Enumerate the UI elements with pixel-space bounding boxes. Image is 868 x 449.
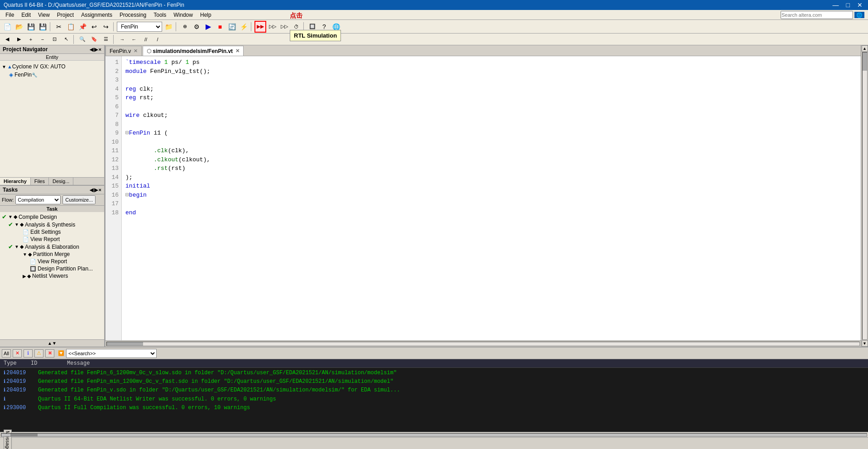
tab-files[interactable]: Files [31, 178, 49, 185]
vscroll-up-button[interactable]: ▲ [862, 45, 868, 52]
code-hscroll-track[interactable] [106, 342, 860, 346]
messages-hscroll-track[interactable] [1, 433, 867, 437]
task-scroll-down[interactable]: ▼ [52, 341, 57, 346]
code-hscroll-thumb[interactable] [107, 342, 143, 346]
messages-info-button[interactable]: ℹ [24, 349, 33, 357]
tasks-right-icon[interactable]: ▶ [94, 187, 98, 193]
messages-warn-button[interactable]: ⚠ [34, 349, 43, 357]
flow-dropdown[interactable]: Compilation [15, 195, 61, 204]
add-files-button[interactable]: ⊕ [179, 21, 190, 32]
select-button[interactable]: ↖ [61, 34, 72, 45]
paste-button[interactable]: 📌 [77, 21, 88, 32]
menu-file[interactable]: File [2, 11, 18, 19]
messages-hscroll-thumb[interactable] [10, 434, 38, 436]
msg-row-2[interactable]: ℹ 204019 Generated file FenPin_v.sdo in … [4, 386, 864, 395]
close-fenpin-v-icon[interactable]: ✕ [134, 48, 138, 54]
bookmark-button[interactable]: 🔖 [89, 34, 100, 45]
recompile-button[interactable]: 🔄 [226, 21, 237, 32]
compile-button[interactable]: ▶ [203, 21, 214, 32]
task-netlist-viewers[interactable]: ▶ ◆ Netlist Viewers [1, 272, 103, 280]
msg-row-0[interactable]: ℹ 204019 Generated file FenPin_6_1200mv_… [4, 369, 864, 377]
msg-row-1[interactable]: ℹ 204019 Generated file FenPin_min_1200m… [4, 377, 864, 386]
customize-button[interactable]: Customize... [62, 195, 96, 204]
find-button[interactable]: 🔍 [77, 34, 88, 45]
indent-button[interactable]: → [117, 34, 128, 45]
device-node[interactable]: ▼ ▲ Cyclone IV GX: AUTO [2, 63, 102, 71]
code-content[interactable]: `timescale 1 ps/ 1 ps module FenPin_vlg_… [122, 56, 861, 340]
task-scroll-up[interactable]: ▲ [48, 341, 52, 346]
settings-button[interactable]: ⚙ [191, 21, 202, 32]
menu-window[interactable]: Window [170, 11, 197, 19]
tab-design[interactable]: Desig... [49, 178, 73, 185]
tab-fenpin-v[interactable]: FenPin.v ✕ [106, 46, 142, 56]
project-dropdown[interactable]: FenPin [117, 22, 162, 32]
messages-error-button[interactable]: ✖ [45, 349, 54, 357]
task-design-partition-plan[interactable]: 🔲 Design Partition Plan... [1, 265, 103, 272]
messages-hscrollbar[interactable] [0, 432, 868, 437]
zoom-out-button[interactable]: − [37, 34, 48, 45]
menu-edit[interactable]: Edit [18, 11, 34, 19]
gate-sim-button[interactable]: ▷▷ [267, 21, 278, 32]
maximize-button[interactable]: □ [844, 1, 852, 9]
tasks-close-icon[interactable]: × [99, 187, 101, 193]
project-open-button[interactable]: 📁 [163, 21, 174, 32]
menu-help[interactable]: Help [197, 11, 215, 19]
task-view-report-1[interactable]: 📄 View Report [1, 236, 103, 243]
code-hscrollbar[interactable] [106, 340, 861, 347]
task-compile-design[interactable]: ✔ ▼ ◆ Compile Design [1, 213, 103, 221]
vscroll-down-button[interactable]: ▼ [862, 340, 868, 347]
task-analysis-elaboration[interactable]: ✔ ▼ ◆ Analysis & Elaboration [1, 243, 103, 251]
menu-view[interactable]: View [34, 11, 53, 19]
window-title: Quartus II 64-Bit - D:/Quartus/user_GSF/… [4, 2, 184, 8]
task-partition-merge[interactable]: ▼ ◆ Partition Merge [1, 251, 103, 258]
nav-close-icon[interactable]: × [99, 47, 101, 53]
minimize-button[interactable]: — [831, 1, 841, 9]
tab-fenpin-vt[interactable]: ⬡ simulation/modelsim/FenPin.vt ✕ [143, 46, 244, 56]
save-all-button[interactable]: 💾 [37, 21, 48, 32]
menu-project[interactable]: Project [53, 11, 77, 19]
menu-tools[interactable]: Tools [150, 11, 170, 19]
msg-row-4[interactable]: ℹ 293000 Quartus II Full Compilation was… [4, 404, 864, 412]
task-analysis-synthesis[interactable]: ✔ ▼ ◆ Analysis & Synthesis [1, 221, 103, 228]
task-view-report-2[interactable]: 📄 View Report [1, 258, 103, 265]
stop-button[interactable]: ■ [215, 21, 225, 32]
fenpin-label: FenPin [14, 72, 32, 78]
msg-row-3[interactable]: ℹ Quartus II 64-Bit EDA Netlist Writer w… [4, 395, 864, 404]
menu-assignments[interactable]: Assignments [77, 11, 116, 19]
nav-back-button[interactable]: ◀ [2, 34, 13, 45]
filter-button[interactable]: ☰ [101, 34, 111, 45]
undo-button[interactable]: ↩ [89, 21, 100, 32]
copy-button[interactable]: 📋 [65, 21, 76, 32]
timing-sim-button[interactable]: ▷▷ [279, 21, 290, 32]
uncomment-button[interactable]: / [152, 34, 163, 45]
search-globe-icon[interactable]: 🌐 [854, 12, 864, 18]
redo-button[interactable]: ↪ [101, 21, 111, 32]
messages-search-dropdown[interactable]: <<Search>> [66, 349, 157, 358]
task-edit-settings[interactable]: 📄 Edit Settings [1, 228, 103, 236]
menu-processing[interactable]: Processing [116, 11, 150, 19]
save-button[interactable]: 💾 [25, 21, 36, 32]
rtl-simulation-button[interactable]: ▶▶ [254, 21, 266, 33]
fit-button[interactable]: ⊡ [49, 34, 60, 45]
messages-all-button[interactable]: All [2, 349, 11, 357]
vscroll-thumb[interactable] [863, 53, 867, 71]
search-input[interactable] [781, 11, 853, 19]
right-scrollbar[interactable]: ▲ ▼ [861, 45, 868, 347]
nav-right-icon[interactable]: ▶ [94, 47, 98, 53]
program-button[interactable]: ⚡ [238, 21, 249, 32]
close-button[interactable]: ✕ [855, 1, 864, 9]
nav-left-icon[interactable]: ◀ [90, 47, 93, 53]
open-file-button[interactable]: 📂 [14, 21, 24, 32]
fenpin-node[interactable]: ◈ FenPin 🔧 [2, 71, 102, 79]
close-fenpin-vt-icon[interactable]: ✕ [235, 48, 240, 54]
vscroll-track[interactable] [862, 52, 868, 340]
tasks-left-icon[interactable]: ◀ [90, 187, 93, 193]
new-file-button[interactable]: 📄 [2, 21, 13, 32]
outdent-button[interactable]: ← [129, 34, 139, 45]
messages-clear-button[interactable]: ✕ [13, 349, 22, 357]
zoom-in-button[interactable]: + [25, 34, 36, 45]
comment-button[interactable]: // [140, 34, 151, 45]
cut-button[interactable]: ✂ [53, 21, 64, 32]
nav-forward-button[interactable]: ▶ [14, 34, 24, 45]
tab-hierarchy[interactable]: Hierarchy [0, 178, 31, 185]
